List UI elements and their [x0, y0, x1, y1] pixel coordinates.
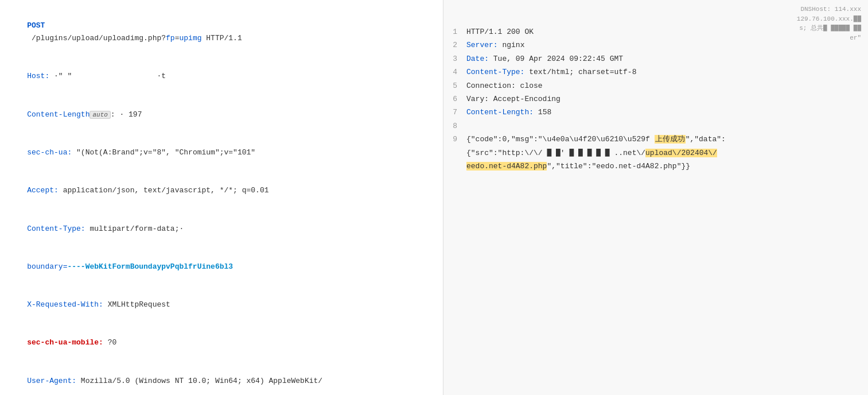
response-line-8: 8 [443, 119, 868, 133]
content-length-line: Content-Lengthauto: · 197 [9, 96, 434, 134]
dns-info: DNSHost: 114.xxx 129.76.100.xxx.██ s; 总共… [790, 0, 868, 47]
response-line-9: 9 {"code":0,"msg":"\u4e0a\u4f20\u6210\u5… [443, 133, 868, 146]
dns-host: DNSHost: 114.xxx [797, 5, 861, 14]
response-line-9b: {"src":"http:\/\/ █ █' █ █ █ █ █ ..net\/… [443, 146, 868, 160]
request-panel: POST /plugins/upload/uploadimg.php?fp=up… [0, 0, 443, 395]
http-method: POST [27, 21, 45, 30]
dns-ip: 129.76.100.xxx.██ [797, 14, 861, 24]
auto-badge: auto [89, 111, 110, 119]
boundary-line: boundary=----WebKitFormBoundaypvPqblfrUi… [9, 248, 434, 286]
dns-detail: s; 总共█ █████ ██ [797, 24, 861, 33]
response-line-4: 4 Content-Type: text/html; charset=utf-8 [443, 65, 868, 79]
response-line-5: 5 Connection: close [443, 79, 868, 92]
response-line-3: 3 Date: Tue, 09 Apr 2024 09:22:45 GMT [443, 52, 868, 65]
response-line-7: 7 Content-Length: 158 [443, 106, 868, 119]
x-requested-line: X-Requested-With: XMLHttpRequest [9, 286, 434, 324]
response-line-9c: eedo.net-d4A82.php","title":"eedo.net-d4… [443, 160, 868, 173]
content-type-line: Content-Type: multipart/form-data;· [9, 210, 434, 248]
response-panel: DNSHost: 114.xxx 129.76.100.xxx.██ s; 总共… [443, 0, 868, 395]
sec-ch-ua-line: sec-ch-ua: "(Not(A:Brand";v="8", "Chromi… [9, 134, 434, 172]
host-line: Host: ·" " ·t [9, 57, 434, 95]
request-line: POST /plugins/upload/uploadimg.php?fp=up… [9, 7, 434, 57]
user-agent-line1: User-Agent: Mozilla/5.0 (Windows NT 10.0… [9, 362, 434, 395]
response-line-6: 6 Vary: Accept-Encoding [443, 92, 868, 106]
accept-line: Accept: application/json, text/javascrip… [9, 172, 434, 210]
dns-suffix: er" [797, 33, 861, 43]
sec-ch-ua-mobile-line: sec-ch-ua-mobile: ?0 [9, 324, 434, 362]
